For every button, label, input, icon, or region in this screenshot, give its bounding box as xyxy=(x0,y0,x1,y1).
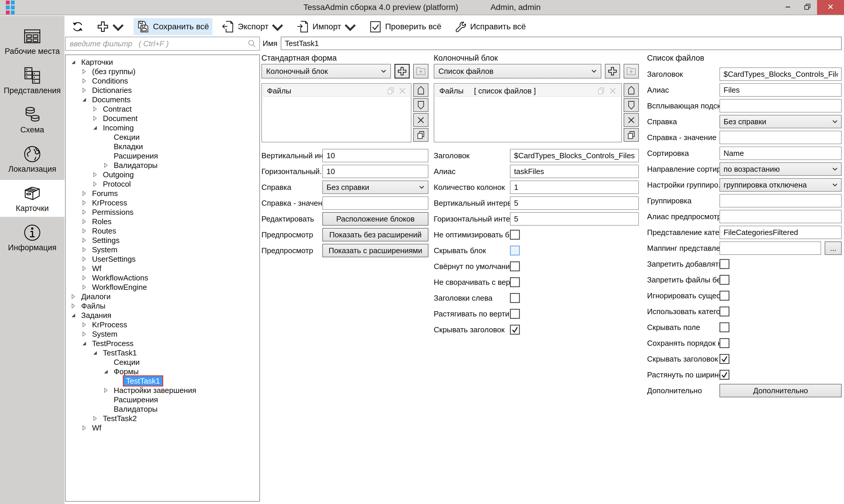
expander-collapsed-icon[interactable] xyxy=(102,162,109,169)
ignore-existing-checkbox[interactable] xyxy=(719,291,730,301)
expander-collapsed-icon[interactable] xyxy=(80,237,88,244)
tree-item[interactable]: Карточки xyxy=(66,57,259,67)
tree-item[interactable]: Roles xyxy=(66,217,259,226)
toolbar-add-button[interactable] xyxy=(93,17,128,36)
tree-item[interactable]: Валидаторы xyxy=(66,161,259,170)
vertical-interval-field[interactable] xyxy=(510,196,639,210)
copy-button[interactable] xyxy=(413,128,428,142)
hide-block-checkbox[interactable] xyxy=(510,246,520,255)
expander-expanded-icon[interactable] xyxy=(91,124,98,131)
use-categories-checkbox[interactable] xyxy=(719,306,730,317)
tree-item[interactable]: Формы xyxy=(66,367,259,376)
delete-button[interactable] xyxy=(413,113,428,127)
tree-item[interactable]: Файлы xyxy=(66,301,259,311)
caption-field[interactable] xyxy=(510,149,639,162)
keep-order-checkbox[interactable] xyxy=(719,338,730,348)
add-block-button[interactable] xyxy=(394,64,410,78)
sidebar-item-schema[interactable]: Схема xyxy=(0,102,65,138)
tree-item[interactable]: TestProcess xyxy=(66,339,259,348)
expander-collapsed-icon[interactable] xyxy=(91,180,98,187)
move-down-button[interactable] xyxy=(413,98,428,112)
preview-with-extensions-button[interactable]: Показать с расширениями xyxy=(322,244,428,257)
tree-item[interactable]: Routes xyxy=(66,226,259,236)
move-up-button[interactable] xyxy=(413,83,428,97)
expander-collapsed-icon[interactable] xyxy=(91,115,98,122)
stretch-width-checkbox[interactable] xyxy=(719,370,730,380)
expander-collapsed-icon[interactable] xyxy=(80,284,88,291)
grouping-field[interactable] xyxy=(719,194,842,208)
close-button[interactable] xyxy=(817,0,844,15)
toolbar-import-button[interactable]: Импорт xyxy=(293,17,360,36)
expander-collapsed-icon[interactable] xyxy=(80,209,88,216)
tree-item[interactable]: Conditions xyxy=(66,76,259,86)
tree-item[interactable]: System xyxy=(66,245,259,254)
move-down-button[interactable] xyxy=(624,98,639,112)
caption-field[interactable] xyxy=(719,67,842,81)
hide-caption-checkbox[interactable] xyxy=(510,325,520,335)
expander-collapsed-icon[interactable] xyxy=(80,321,88,328)
alias-field[interactable] xyxy=(719,83,842,97)
control-type-combo[interactable]: Список файлов xyxy=(434,64,601,78)
tree-item[interactable]: WorkflowEngine xyxy=(66,283,259,292)
tree-item[interactable]: Document xyxy=(66,114,259,123)
view-mapping-more-button[interactable]: ... xyxy=(825,241,842,255)
tree-item[interactable]: Settings xyxy=(66,236,259,245)
expander-expanded-icon[interactable] xyxy=(70,59,77,66)
paste-control-button[interactable] xyxy=(624,64,639,78)
expander-expanded-icon[interactable] xyxy=(70,312,77,319)
expander-collapsed-icon[interactable] xyxy=(80,199,88,206)
horizontal-indent-field[interactable] xyxy=(322,165,428,178)
tree-item[interactable]: Documents xyxy=(66,95,259,104)
expander-collapsed-icon[interactable] xyxy=(80,274,88,281)
sidebar-item-workplaces[interactable]: Рабочие места xyxy=(0,23,65,60)
add-control-button[interactable] xyxy=(605,64,620,78)
expander-expanded-icon[interactable] xyxy=(102,368,109,375)
expander-collapsed-icon[interactable] xyxy=(80,228,88,234)
expander-collapsed-icon[interactable] xyxy=(80,424,88,431)
list-item[interactable]: Файлы[ список файлов ] xyxy=(435,85,620,97)
tree-item[interactable]: Permissions xyxy=(66,208,259,217)
alias-field[interactable] xyxy=(510,165,639,178)
tree-item[interactable]: Dictionaries xyxy=(66,86,259,95)
hide-field-checkbox[interactable] xyxy=(719,322,730,332)
tree-item[interactable]: Секции xyxy=(66,358,259,367)
no-collapse-checkbox[interactable] xyxy=(510,277,520,287)
horizontal-interval-field[interactable] xyxy=(510,212,639,226)
toolbar-refresh-button[interactable] xyxy=(68,18,87,35)
expander-collapsed-icon[interactable] xyxy=(80,255,88,263)
move-up-button[interactable] xyxy=(624,83,639,97)
tree-item[interactable]: Forums xyxy=(66,189,259,198)
sidebar-item-localization[interactable]: Локализация xyxy=(0,141,65,178)
toolbar-check-all-button[interactable]: Проверить всё xyxy=(366,18,445,35)
toolbar-fix-all-button[interactable]: Исправить всё xyxy=(451,18,529,35)
tree-item[interactable]: Wf xyxy=(66,264,259,273)
tree-item[interactable]: Protocol xyxy=(66,179,259,189)
deny-adding-checkbox[interactable] xyxy=(719,259,730,269)
tree-item[interactable]: Задания xyxy=(66,311,259,320)
expander-collapsed-icon[interactable] xyxy=(102,387,109,394)
expander-collapsed-icon[interactable] xyxy=(70,302,77,309)
expander-collapsed-icon[interactable] xyxy=(91,171,98,178)
sort-direction-combo[interactable]: по возрастанию xyxy=(719,162,842,176)
expander-collapsed-icon[interactable] xyxy=(70,293,77,300)
sidebar-item-views[interactable]: Представления xyxy=(0,62,65,99)
tree-item[interactable]: Contract xyxy=(66,104,259,114)
edit-layout-button[interactable]: Расположение блоков xyxy=(322,212,428,226)
tree-item[interactable]: (без группы) xyxy=(66,67,259,76)
deny-files-without-checkbox[interactable] xyxy=(719,275,730,285)
tree-item[interactable]: TestTask1 xyxy=(66,348,259,358)
expander-collapsed-icon[interactable] xyxy=(80,190,88,197)
sidebar-item-cards[interactable]: Карточки xyxy=(0,180,65,217)
expander-expanded-icon[interactable] xyxy=(80,96,88,103)
tree-item[interactable]: WorkflowActions xyxy=(66,273,259,283)
category-view-field[interactable] xyxy=(719,226,842,239)
tree-item[interactable]: TestTask1 xyxy=(66,376,259,385)
grouping-settings-combo[interactable]: группировка отключена xyxy=(719,178,842,192)
toolbar-export-button[interactable]: Экспорт xyxy=(218,17,287,36)
expander-collapsed-icon[interactable] xyxy=(80,246,88,253)
tree-item[interactable]: Валидаторы xyxy=(66,404,259,414)
tree-item[interactable]: Секции xyxy=(66,132,259,142)
list-item[interactable]: Файлы xyxy=(263,85,410,97)
advanced-button[interactable]: Дополнительно xyxy=(719,384,842,397)
expander-collapsed-icon[interactable] xyxy=(80,330,88,338)
